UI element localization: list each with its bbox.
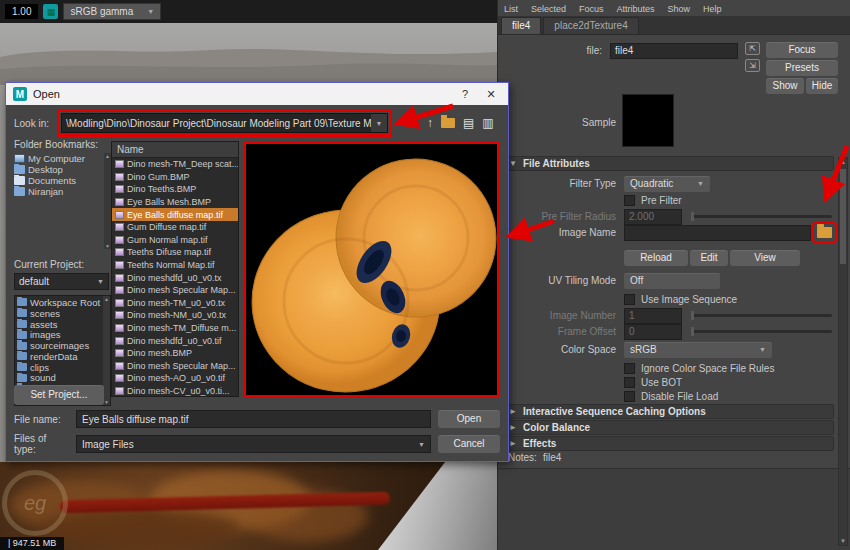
bookmark-item[interactable]: Documents: [14, 175, 103, 186]
copy-tab-icon[interactable]: ⇱: [745, 42, 760, 55]
pre-filter-radius-slider[interactable]: [691, 215, 832, 218]
presets-button[interactable]: Presets: [766, 60, 838, 76]
list-view-icon[interactable]: ▤: [463, 117, 474, 129]
notes-field[interactable]: [498, 468, 850, 550]
file-list-item[interactable]: Dino mesh-TM_Deep scat...: [112, 158, 238, 171]
workspace-folder-item[interactable]: images: [17, 329, 102, 340]
section-interactive-sequence-caching[interactable]: ► Interactive Sequence Caching Options: [502, 404, 834, 419]
frame-offset-slider[interactable]: [691, 330, 832, 333]
file-name-label: Dino mesh-TM_u0_v0.tx: [127, 298, 225, 308]
back-arrow-icon[interactable]: ←: [406, 117, 419, 130]
dialog-close-button[interactable]: ✕: [481, 88, 501, 101]
set-project-button[interactable]: Set Project...: [14, 385, 104, 405]
image-name-field[interactable]: [624, 225, 811, 241]
bookmarks-scrollbar[interactable]: ▲▼: [104, 153, 111, 249]
menu-item[interactable]: List: [504, 4, 518, 14]
uv-tiling-dropdown[interactable]: Off: [624, 273, 720, 289]
hide-button[interactable]: Hide: [806, 78, 838, 94]
cancel-button[interactable]: Cancel: [438, 435, 500, 453]
pre-filter-checkbox[interactable]: [624, 195, 635, 206]
file-list-item[interactable]: Dino meshdfd_u0_v0.tif: [112, 334, 238, 347]
file-list-item[interactable]: Eye Balls diffuse map.tif: [112, 208, 238, 221]
ignore-color-space-rules-checkbox[interactable]: [624, 363, 635, 374]
attribute-tab[interactable]: file4: [501, 17, 541, 34]
workspace-folder-item[interactable]: clips: [17, 362, 102, 373]
attribute-editor-scrollbar[interactable]: ▲ ▼: [838, 157, 848, 546]
file-list-item[interactable]: Dino Gum.BMP: [112, 171, 238, 184]
workspace-folder-item[interactable]: scenes: [17, 308, 102, 319]
file-list-item[interactable]: Dino mesh-TM_Diffuse m...: [112, 322, 238, 335]
file-list-item[interactable]: Gum Diffuse map.tif: [112, 221, 238, 234]
section-color-balance[interactable]: ► Color Balance: [502, 420, 834, 435]
new-folder-icon[interactable]: [441, 118, 455, 128]
file-list-item[interactable]: Dino mesh Specular Map...: [112, 284, 238, 297]
menu-item[interactable]: Attributes: [617, 4, 655, 14]
color-space-dropdown[interactable]: sRGB ▼: [624, 342, 772, 358]
bookmark-item[interactable]: Niranjan: [14, 186, 103, 197]
view-button[interactable]: View: [730, 250, 800, 266]
file-list-name-header[interactable]: Name: [112, 142, 238, 158]
bookmark-label: Desktop: [28, 164, 63, 175]
disable-file-load-checkbox[interactable]: [624, 391, 635, 402]
look-in-dropdown[interactable]: \Modling\Dino\Dinosaur Project\Dinosaur …: [61, 113, 388, 133]
workspace-folder-item[interactable]: renderData: [17, 351, 102, 362]
scroll-up-icon[interactable]: ▲: [839, 159, 847, 165]
viewport-toolbar: 1.00 ▦ sRGB gamma ▼: [0, 0, 497, 23]
workspace-scrollbar[interactable]: ▲▼: [103, 296, 110, 405]
file-list-item[interactable]: Eye Balls Mesh.BMP: [112, 196, 238, 209]
file-list-item[interactable]: Dino meshdfd_u0_v0.tx: [112, 271, 238, 284]
workspace-folder-item[interactable]: sourceimages: [17, 340, 102, 351]
image-number-slider[interactable]: [691, 314, 832, 317]
pre-filter-radius-field[interactable]: 2.000: [624, 209, 682, 225]
menu-item[interactable]: Show: [668, 4, 691, 14]
file-list-item[interactable]: Dino Teeths.BMP: [112, 183, 238, 196]
reload-button[interactable]: Reload: [624, 250, 688, 266]
bookmark-item[interactable]: Desktop: [14, 164, 103, 175]
node-name-field[interactable]: file4: [610, 43, 738, 59]
details-view-icon[interactable]: ▥: [482, 117, 493, 129]
current-project-dropdown[interactable]: default ▼: [14, 273, 109, 290]
file-name-input[interactable]: Eye Balls diffuse map.tif: [76, 410, 431, 428]
attribute-tab[interactable]: place2dTexture4: [543, 17, 638, 34]
open-button[interactable]: Open: [438, 410, 500, 428]
filter-type-dropdown[interactable]: Quadratic ▼: [624, 176, 710, 192]
file-list-item[interactable]: Gum Normal map.tif: [112, 234, 238, 247]
use-image-sequence-checkbox[interactable]: [624, 294, 635, 305]
file-list-item[interactable]: Dino mesh-AO_u0_v0.tif: [112, 372, 238, 385]
workspace-folder-item[interactable]: assets: [17, 319, 102, 330]
use-bot-checkbox[interactable]: [624, 377, 635, 388]
color-management-icon[interactable]: ▦: [43, 4, 58, 19]
file-list-item[interactable]: Dino mesh.BMP: [112, 347, 238, 360]
file-list-item[interactable]: Teeths Normal Map.tif: [112, 259, 238, 272]
menu-item[interactable]: Selected: [531, 4, 566, 14]
pin-tab-icon[interactable]: ⇲: [745, 59, 760, 72]
file-list-item[interactable]: Dino mesh-NM_u0_v0.tx: [112, 309, 238, 322]
file-list-item[interactable]: Teeths Difuse map.tif: [112, 246, 238, 259]
file-list-item[interactable]: Dino mesh-TM_u0_v0.tx: [112, 297, 238, 310]
edit-button[interactable]: Edit: [690, 250, 728, 266]
dialog-help-button[interactable]: ?: [455, 88, 475, 100]
chevron-down-icon[interactable]: ▼: [371, 114, 387, 132]
focus-button[interactable]: Focus: [766, 42, 838, 58]
file-list-item[interactable]: Dino mesh Specular Map...: [112, 360, 238, 373]
scroll-down-icon[interactable]: ▼: [839, 538, 847, 544]
show-button[interactable]: Show: [766, 78, 804, 94]
bookmark-item[interactable]: My Computer: [14, 153, 103, 164]
frame-offset-field[interactable]: 0: [624, 324, 682, 340]
menu-item[interactable]: Focus: [579, 4, 604, 14]
workspace-folder-item[interactable]: sound: [17, 373, 102, 384]
menu-item[interactable]: Help: [703, 4, 722, 14]
browse-folder-icon[interactable]: [817, 227, 832, 238]
section-effects[interactable]: ► Effects: [502, 436, 834, 451]
up-directory-icon[interactable]: ↑: [427, 117, 433, 129]
file-list-item[interactable]: Dino mesh-CV_u0_v0.ti...: [112, 385, 238, 396]
exposure-value[interactable]: 1.00: [5, 4, 38, 19]
section-file-attributes[interactable]: ▼ File Attributes: [502, 156, 834, 171]
workspace-folder-item[interactable]: Workspace Root: [17, 297, 102, 308]
scrollbar-thumb[interactable]: [840, 169, 846, 264]
gamma-dropdown[interactable]: sRGB gamma ▼: [63, 3, 161, 20]
image-number-field[interactable]: 1: [624, 308, 682, 324]
files-of-type-dropdown[interactable]: Image Files ▼: [76, 435, 431, 453]
viewport-texture[interactable]: eg | 947.51 MB: [0, 462, 497, 550]
dialog-titlebar[interactable]: M Open ? ✕: [6, 83, 508, 105]
